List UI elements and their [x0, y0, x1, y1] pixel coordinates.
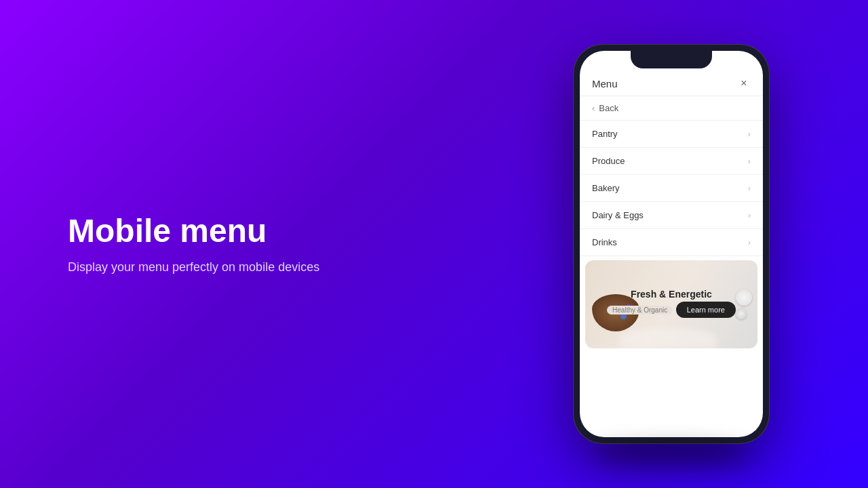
- menu-item-label: Bakery: [592, 183, 619, 193]
- spice-decoration: [736, 289, 752, 319]
- phone-shell: Menu × ‹ Back Pantry › Produce ›: [573, 44, 770, 444]
- back-row[interactable]: ‹ Back: [580, 96, 763, 121]
- menu-title: Menu: [592, 78, 618, 89]
- chevron-right-icon: ›: [748, 237, 751, 247]
- close-button[interactable]: ×: [737, 77, 751, 90]
- menu-item-produce[interactable]: Produce ›: [580, 148, 763, 175]
- menu-item-label: Pantry: [592, 129, 618, 139]
- menu-item-label: Dairy & Eggs: [592, 210, 644, 220]
- page-title: Mobile menu: [68, 214, 515, 249]
- back-chevron-icon: ‹: [592, 103, 595, 113]
- banner-subtitle: Healthy & Organic: [607, 306, 673, 314]
- menu-item-label: Produce: [592, 156, 625, 166]
- chevron-right-icon: ›: [748, 210, 751, 220]
- menu-item-bakery[interactable]: Bakery ›: [580, 175, 763, 202]
- page-subtitle: Display your menu perfectly on mobile de…: [68, 260, 515, 274]
- menu-item-label: Drinks: [592, 237, 617, 247]
- phone-screen: Menu × ‹ Back Pantry › Produce ›: [580, 51, 763, 437]
- menu-item-pantry[interactable]: Pantry ›: [580, 121, 763, 148]
- learn-more-button[interactable]: Learn more: [676, 302, 736, 318]
- spice-ball-small: [736, 308, 747, 319]
- menu-header: Menu ×: [580, 71, 763, 96]
- chevron-right-icon: ›: [748, 156, 751, 166]
- menu-item-dairy[interactable]: Dairy & Eggs ›: [580, 202, 763, 229]
- spice-ball-large: [736, 289, 752, 306]
- back-label: Back: [599, 103, 618, 113]
- banner-text: Fresh & Energetic Healthy & Organic Lear…: [607, 289, 736, 320]
- menu-item-drinks[interactable]: Drinks ›: [580, 229, 763, 256]
- phone-container: Menu × ‹ Back Pantry › Produce ›: [515, 44, 868, 444]
- chevron-right-icon: ›: [748, 129, 751, 139]
- screen-content: Menu × ‹ Back Pantry › Produce ›: [580, 51, 763, 437]
- left-panel: Mobile menu Display your menu perfectly …: [0, 214, 515, 274]
- chevron-right-icon: ›: [748, 183, 751, 193]
- phone-notch: [631, 51, 712, 68]
- banner-title: Fresh & Energetic: [607, 289, 736, 300]
- flour-decoration: [619, 328, 717, 348]
- promo-banner: Fresh & Energetic Healthy & Organic Lear…: [585, 260, 757, 348]
